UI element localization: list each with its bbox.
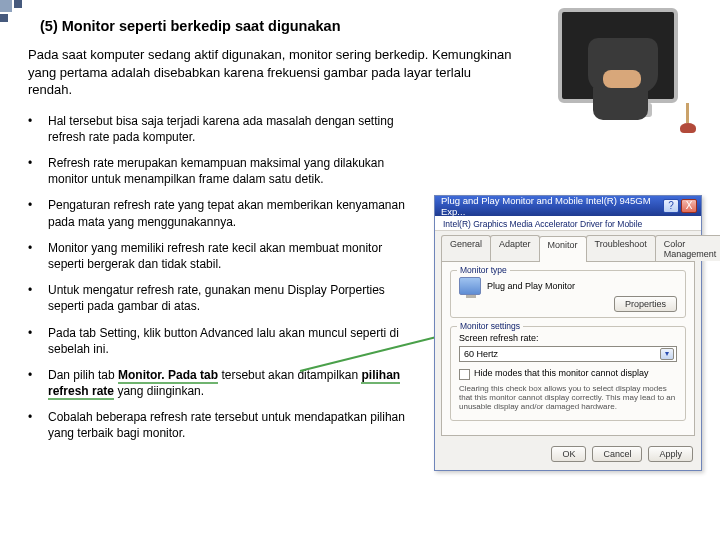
corner-decoration xyxy=(0,0,36,36)
bullet-item: Pada tab Setting, klik button Advanced l… xyxy=(48,325,418,357)
bullet-item: Refresh rate merupakan kemampuan maksima… xyxy=(48,155,418,187)
dialog-subtitle: Intel(R) Graphics Media Accelerator Driv… xyxy=(435,216,701,231)
properties-button[interactable]: Properties xyxy=(614,296,677,312)
bullet-item: Untuk mengatur refresh rate, gunakan men… xyxy=(48,282,418,314)
display-properties-dialog: Plug and Play Monitor and Mobile Intel(R… xyxy=(434,195,702,471)
monitor-icon xyxy=(459,277,481,295)
group-monitor-type: Monitor type Plug and Play Monitor Prope… xyxy=(450,270,686,318)
tab-troubleshoot[interactable]: Troubleshoot xyxy=(586,235,656,261)
cancel-button[interactable]: Cancel xyxy=(592,446,642,462)
apply-button[interactable]: Apply xyxy=(648,446,693,462)
bullet-item: Hal tersebut bisa saja terjadi karena ad… xyxy=(48,113,418,145)
tab-general[interactable]: General xyxy=(441,235,491,261)
refresh-rate-select[interactable]: 60 Hertz ▾ xyxy=(459,346,677,362)
dialog-titlebar[interactable]: Plug and Play Monitor and Mobile Intel(R… xyxy=(435,196,701,216)
tab-adapter[interactable]: Adapter xyxy=(490,235,540,261)
tab-monitor[interactable]: Monitor xyxy=(539,236,587,262)
illustration-person-in-monitor xyxy=(548,8,698,138)
bullet-item: Dan pilih tab Monitor. Pada tab tersebut… xyxy=(48,367,418,399)
bullet-item: Pengaturan refresh rate yang tepat akan … xyxy=(48,197,418,229)
refresh-rate-label: Screen refresh rate: xyxy=(459,333,677,343)
bullet-item: Monitor yang memiliki refresh rate kecil… xyxy=(48,240,418,272)
hide-modes-label: Hide modes that this monitor cannot disp… xyxy=(474,368,649,378)
bullet-list: •Hal tersebut bisa saja terjadi karena a… xyxy=(28,113,418,452)
group-monitor-settings: Monitor settings Screen refresh rate: 60… xyxy=(450,326,686,421)
hide-modes-checkbox[interactable] xyxy=(459,369,470,380)
dialog-title-text: Plug and Play Monitor and Mobile Intel(R… xyxy=(441,195,661,217)
chevron-down-icon[interactable]: ▾ xyxy=(660,348,674,360)
hide-modes-note: Clearing this check box allows you to se… xyxy=(459,384,677,412)
group-title: Monitor type xyxy=(457,265,510,275)
dialog-tabs: General Adapter Monitor Troubleshoot Col… xyxy=(435,231,701,261)
ok-button[interactable]: OK xyxy=(551,446,586,462)
help-button[interactable]: ? xyxy=(663,199,679,213)
tab-color-management[interactable]: Color Management xyxy=(655,235,720,261)
intro-paragraph: Pada saat komputer sedang aktif digunaka… xyxy=(28,46,518,99)
bullet-item: Cobalah beberapa refresh rate tersebut u… xyxy=(48,409,418,441)
monitor-name-label: Plug and Play Monitor xyxy=(487,281,575,291)
group-title: Monitor settings xyxy=(457,321,523,331)
refresh-rate-value: 60 Hertz xyxy=(464,349,498,359)
close-button[interactable]: X xyxy=(681,199,697,213)
